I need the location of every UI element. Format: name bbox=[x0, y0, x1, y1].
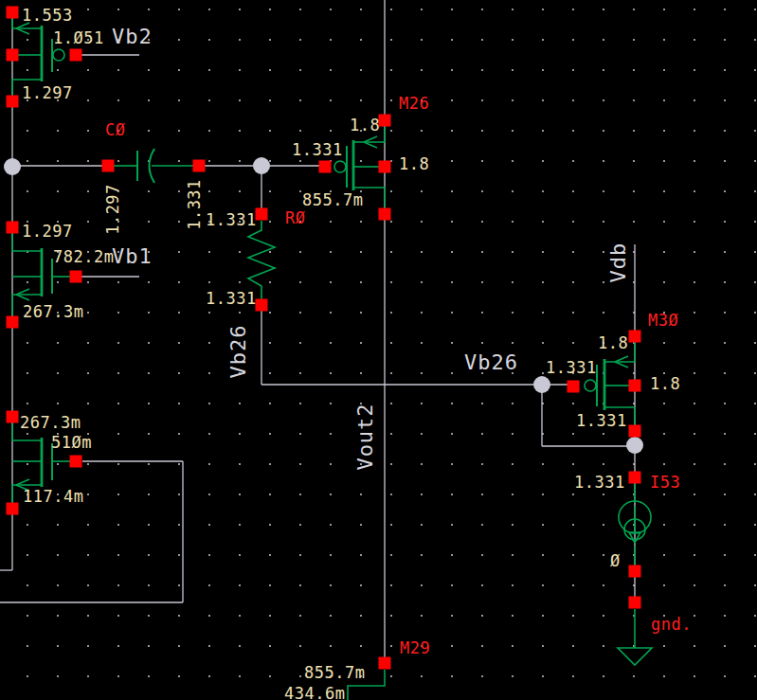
pin[interactable] bbox=[379, 208, 391, 221]
gnd-symbol[interactable] bbox=[618, 609, 652, 665]
instance-label-i53[interactable]: I53 bbox=[650, 475, 680, 491]
pin[interactable] bbox=[629, 565, 641, 578]
schematic-geometry bbox=[0, 0, 757, 700]
voltage-label: 855.7m bbox=[302, 192, 363, 208]
resistor-r0-symbol[interactable] bbox=[248, 221, 275, 299]
pin[interactable] bbox=[256, 208, 268, 221]
pin[interactable] bbox=[193, 160, 206, 172]
pin[interactable] bbox=[629, 597, 641, 609]
instance-label-m30[interactable]: M3Ø bbox=[648, 313, 678, 329]
pin[interactable] bbox=[256, 299, 268, 312]
gate-bubble bbox=[585, 380, 596, 391]
voltage-label: 1.8 bbox=[399, 156, 429, 172]
voltage-label: 1.331 bbox=[546, 360, 597, 376]
pin[interactable] bbox=[7, 49, 19, 62]
voltage-label: 1.Ø51 bbox=[53, 30, 104, 46]
voltage-label-vertical: 1.297 bbox=[105, 184, 121, 235]
pin[interactable] bbox=[379, 161, 391, 173]
voltage-label: 1.331 bbox=[206, 212, 257, 228]
pins[interactable] bbox=[7, 7, 641, 670]
instance-label-m29[interactable]: M29 bbox=[400, 640, 430, 656]
pin[interactable] bbox=[629, 472, 641, 484]
instance-label-gnd[interactable]: gnd. bbox=[651, 617, 692, 633]
voltage-label: 434.6m bbox=[284, 686, 345, 700]
pin[interactable] bbox=[102, 160, 115, 172]
instance-label-r0[interactable]: RØ bbox=[285, 210, 305, 226]
net-label-vb1[interactable]: Vb1 bbox=[112, 246, 153, 267]
pin[interactable] bbox=[629, 380, 641, 392]
junction-dot bbox=[4, 158, 21, 175]
pin[interactable] bbox=[7, 503, 19, 515]
instance-label-m26[interactable]: M26 bbox=[399, 96, 429, 112]
net-label-vb26-vertical[interactable]: Vb26 bbox=[228, 325, 249, 379]
pin[interactable] bbox=[7, 7, 19, 19]
capacitor-c0-symbol[interactable] bbox=[113, 149, 194, 183]
net-label-vb2[interactable]: Vb2 bbox=[112, 27, 153, 47]
pin[interactable] bbox=[7, 222, 19, 234]
pin[interactable] bbox=[70, 49, 82, 62]
pin[interactable] bbox=[629, 331, 641, 343]
voltage-label: 1.331 bbox=[576, 413, 627, 429]
junction-dot bbox=[533, 376, 550, 393]
pin[interactable] bbox=[7, 316, 19, 329]
wires[interactable] bbox=[0, 0, 635, 663]
pin[interactable] bbox=[7, 96, 19, 108]
pin[interactable] bbox=[70, 271, 82, 283]
voltage-label: 855.7m bbox=[304, 665, 365, 681]
pin[interactable] bbox=[7, 411, 19, 423]
voltage-label-vertical: 1.331 bbox=[187, 179, 203, 230]
pin[interactable] bbox=[568, 381, 580, 393]
net-label-vout2[interactable]: Vout2 bbox=[355, 403, 376, 470]
voltage-label: 117.4m bbox=[23, 489, 83, 505]
voltage-label: Ø bbox=[610, 553, 621, 569]
voltage-label: 1.8 bbox=[598, 335, 628, 351]
pin[interactable] bbox=[629, 425, 641, 438]
junction-dot bbox=[253, 157, 270, 174]
voltage-label: 1.8 bbox=[350, 117, 380, 134]
voltage-label: 1.8 bbox=[650, 376, 680, 392]
pin[interactable] bbox=[319, 161, 332, 173]
instance-label-c0[interactable]: CØ bbox=[105, 122, 125, 138]
voltage-label: 1.553 bbox=[22, 8, 73, 24]
pin[interactable] bbox=[379, 115, 391, 127]
voltage-label: 51Øm bbox=[51, 435, 92, 451]
pin[interactable] bbox=[379, 657, 391, 670]
voltage-label: 1.331 bbox=[292, 142, 343, 158]
net-label-vdb[interactable]: Vdb bbox=[608, 242, 629, 283]
voltage-label: 1.297 bbox=[22, 85, 73, 101]
voltage-label: 1.331 bbox=[206, 291, 257, 307]
schematic-canvas[interactable]: 1.553 1.Ø51 Vb2 1.297 CØ 1.297 1.331 1.3… bbox=[0, 0, 757, 700]
gate-bubble bbox=[53, 49, 64, 61]
pin[interactable] bbox=[70, 456, 82, 468]
voltage-label: 782.2m bbox=[53, 249, 114, 265]
current-source-i53-symbol[interactable] bbox=[619, 484, 651, 565]
junction-dot bbox=[626, 437, 643, 454]
voltage-label: 267.3m bbox=[23, 304, 83, 320]
voltage-label: 267.3m bbox=[20, 415, 81, 431]
net-label-vb26[interactable]: Vb26 bbox=[464, 352, 518, 373]
voltage-label: 1.331 bbox=[574, 475, 625, 491]
gate-bubble bbox=[334, 161, 346, 172]
voltage-label: 1.297 bbox=[22, 224, 73, 240]
